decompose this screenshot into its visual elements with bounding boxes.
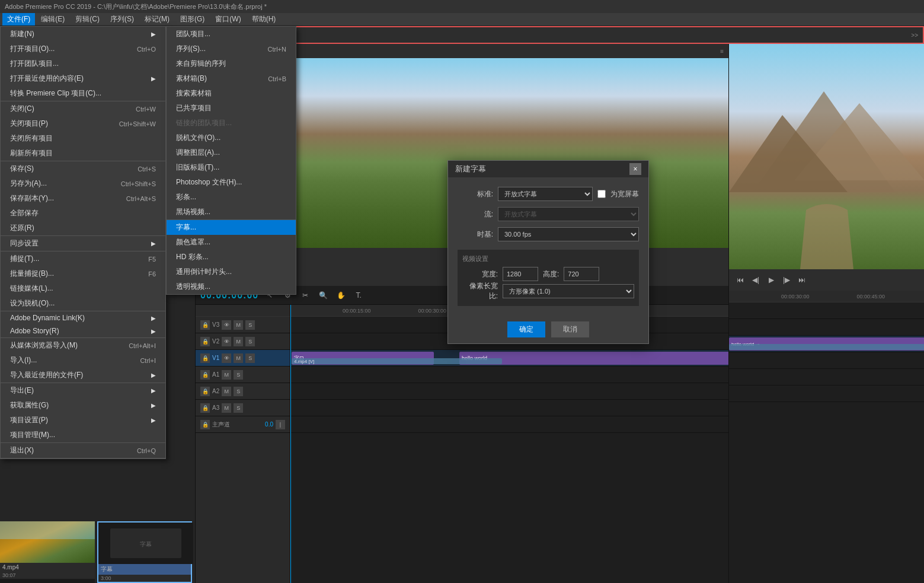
btn-eye-v3[interactable]: 👁 bbox=[222, 320, 231, 330]
sub-sequence[interactable]: 序列(S)... Ctrl+N bbox=[167, 42, 296, 56]
btn-mute-v3[interactable]: M bbox=[234, 320, 243, 330]
program-menu-icon[interactable]: ≡ bbox=[720, 48, 724, 55]
menu-sync[interactable]: 同步设置 ▶ bbox=[1, 236, 165, 251]
menu-close[interactable]: 关闭(C) Ctrl+W bbox=[1, 101, 165, 116]
sub-countdown[interactable]: 通用倒计时片头... bbox=[167, 265, 296, 279]
menu-clip[interactable]: 剪辑(C) bbox=[71, 13, 104, 26]
btn-master-fader[interactable]: | bbox=[276, 420, 285, 429]
menu-convert[interactable]: 转换 Premiere Clip 项目(C)... bbox=[1, 86, 165, 101]
menu-help[interactable]: 帮助(H) bbox=[247, 13, 281, 26]
btn-mute-a1[interactable]: M bbox=[222, 370, 231, 380]
btn-lock-v2[interactable]: 🔒 bbox=[200, 337, 210, 346]
menu-dynamic-link[interactable]: Adobe Dynamic Link(K) ▶ bbox=[1, 311, 165, 324]
sub-black-video[interactable]: 黑场视频... bbox=[167, 205, 296, 219]
standard-select[interactable]: 开放式字幕 bbox=[498, 187, 593, 201]
sub-photoshop[interactable]: Photoshop 文件(H)... bbox=[167, 175, 296, 190]
btn-solo-a2[interactable]: S bbox=[234, 387, 243, 396]
menu-export[interactable]: 导出(E) ▶ bbox=[1, 383, 165, 398]
sub-team-project[interactable]: 团队项目... bbox=[167, 27, 296, 42]
thumb-item-1[interactable]: 4.mp4 30:07 bbox=[0, 521, 95, 583]
menu-import-recent[interactable]: 导入最近使用的文件(F) ▶ bbox=[1, 368, 165, 383]
btn-lock-v1[interactable]: 🔒 bbox=[200, 353, 210, 363]
sub-adjustment[interactable]: 调整图层(A)... bbox=[167, 145, 296, 160]
btn-sync-v1[interactable]: S bbox=[245, 353, 255, 363]
btn-lock-a2[interactable]: 🔒 bbox=[200, 387, 210, 396]
width-input[interactable] bbox=[503, 267, 538, 281]
menu-close-all[interactable]: 关闭所有项目 bbox=[1, 131, 165, 146]
btn-mute-a2[interactable]: M bbox=[222, 387, 231, 396]
more-tabs-icon[interactable]: >> bbox=[911, 32, 918, 39]
btn-mute-v1[interactable]: M bbox=[234, 353, 243, 363]
sub-hd-bars[interactable]: HD 彩条... bbox=[167, 250, 296, 265]
menu-import[interactable]: 导入(I)... Ctrl+I bbox=[1, 353, 165, 368]
right-btn-play[interactable]: ▶ bbox=[765, 273, 778, 286]
sub-offline[interactable]: 脱机文件(O)... bbox=[167, 130, 296, 145]
menu-save-as[interactable]: 另存为(A)... Ctrl+Shift+S bbox=[1, 176, 165, 191]
right-btn-prev[interactable]: ◀| bbox=[749, 273, 762, 286]
btn-lock-a1[interactable]: 🔒 bbox=[200, 370, 210, 380]
menu-window[interactable]: 窗口(W) bbox=[210, 13, 245, 26]
btn-lock-v3[interactable]: 🔒 bbox=[200, 320, 210, 330]
btn-lock-a3[interactable]: 🔒 bbox=[200, 403, 210, 413]
menu-close-project[interactable]: 关闭项目(P) Ctrl+Shift+W bbox=[1, 116, 165, 131]
menu-graphics[interactable]: 图形(G) bbox=[175, 13, 209, 26]
sub-captions[interactable]: 字幕... bbox=[167, 220, 296, 235]
right-btn-back[interactable]: ⏮ bbox=[734, 273, 747, 286]
btn-solo-a3[interactable]: S bbox=[234, 403, 243, 413]
dialog-close-button[interactable]: × bbox=[629, 163, 641, 175]
menu-save-all[interactable]: 全部保存 bbox=[1, 206, 165, 221]
menu-link-media[interactable]: 链接媒体(L)... bbox=[1, 281, 165, 296]
menu-project-settings[interactable]: 项目设置(P) ▶ bbox=[1, 413, 165, 428]
dialog-ok-button[interactable]: 确定 bbox=[507, 321, 545, 337]
menu-offline[interactable]: 设为脱机(O)... bbox=[1, 296, 165, 311]
menu-import-browser[interactable]: 从媒体浏览器导入(M) Ctrl+Alt+I bbox=[1, 338, 165, 353]
btn-sync-v2[interactable]: S bbox=[245, 337, 255, 346]
sub-seq-from-clip[interactable]: 来自剪辑的序列 bbox=[167, 56, 296, 71]
menu-capture[interactable]: 捕捉(T)... F5 bbox=[1, 251, 165, 266]
btn-solo-a1[interactable]: S bbox=[234, 370, 243, 380]
menu-marker[interactable]: 标记(M) bbox=[140, 13, 174, 26]
sub-legacy-title[interactable]: 旧版标题(T)... bbox=[167, 160, 296, 175]
tool-hand[interactable]: ✋ bbox=[334, 289, 347, 302]
sub-transparent[interactable]: 透明视频... bbox=[167, 279, 296, 294]
timebase-select[interactable]: 30.00 fps bbox=[498, 227, 639, 241]
menu-open-recent[interactable]: 打开最近使用的内容(E) ▶ bbox=[1, 71, 165, 86]
dialog-cancel-button[interactable]: 取消 bbox=[551, 321, 589, 337]
menu-open[interactable]: 打开项目(O)... Ctrl+O bbox=[1, 42, 165, 56]
menu-exit[interactable]: 退出(X) Ctrl+Q bbox=[1, 443, 165, 458]
menu-refresh[interactable]: 刷新所有项目 bbox=[1, 146, 165, 161]
pixel-select[interactable]: 方形像素 (1.0) bbox=[503, 284, 634, 298]
clip-video-v1[interactable]: 4.mp4 [V] bbox=[292, 358, 502, 364]
thumb-item-2[interactable]: 字幕 字幕 3:00 bbox=[97, 521, 192, 583]
right-btn-fwd[interactable]: ⏭ bbox=[795, 273, 808, 286]
menu-project-mgr[interactable]: 项目管理(M)... bbox=[1, 428, 165, 442]
btn-eye-v2[interactable]: 👁 bbox=[222, 337, 231, 346]
menu-properties[interactable]: 获取属性(G) ▶ bbox=[1, 398, 165, 413]
menu-revert[interactable]: 还原(R) bbox=[1, 221, 165, 235]
menu-file[interactable]: 文件(F) bbox=[2, 13, 35, 26]
tool-text[interactable]: T. bbox=[352, 289, 365, 302]
height-input[interactable] bbox=[564, 267, 599, 281]
menu-story[interactable]: Adobe Story(R) ▶ bbox=[1, 324, 165, 337]
playhead[interactable] bbox=[290, 305, 291, 583]
menu-edit[interactable]: 编辑(E) bbox=[36, 13, 69, 26]
right-btn-next[interactable]: |▶ bbox=[780, 273, 793, 286]
menu-batch-capture[interactable]: 批量捕捉(B)... F6 bbox=[1, 266, 165, 281]
stream-select[interactable]: 开放式字幕 bbox=[498, 207, 639, 221]
sub-bars[interactable]: 彩条... bbox=[167, 190, 296, 205]
btn-mute-v2[interactable]: M bbox=[234, 337, 243, 346]
sub-search-bin[interactable]: 搜索素材箱 bbox=[167, 86, 296, 101]
sub-color-matte[interactable]: 颜色遮罩... bbox=[167, 235, 296, 250]
btn-eye-v1[interactable]: 👁 bbox=[222, 353, 231, 363]
btn-mute-a3[interactable]: M bbox=[222, 403, 231, 413]
menu-save[interactable]: 保存(S) Ctrl+S bbox=[1, 161, 165, 176]
wide-screen-checkbox[interactable] bbox=[597, 190, 606, 198]
menu-sequence[interactable]: 序列(S) bbox=[105, 13, 139, 26]
sub-shared-project[interactable]: 已共享项目 bbox=[167, 101, 296, 116]
sub-bin[interactable]: 素材箱(B) Ctrl+B bbox=[167, 71, 296, 86]
menu-open-team[interactable]: 打开团队项目... bbox=[1, 56, 165, 71]
btn-sync-v3[interactable]: S bbox=[245, 320, 255, 330]
menu-save-copy[interactable]: 保存副本(Y)... Ctrl+Alt+S bbox=[1, 191, 165, 206]
tool-razor[interactable]: ✂ bbox=[299, 289, 312, 302]
menu-new[interactable]: 新建(N) ▶ bbox=[1, 27, 165, 42]
